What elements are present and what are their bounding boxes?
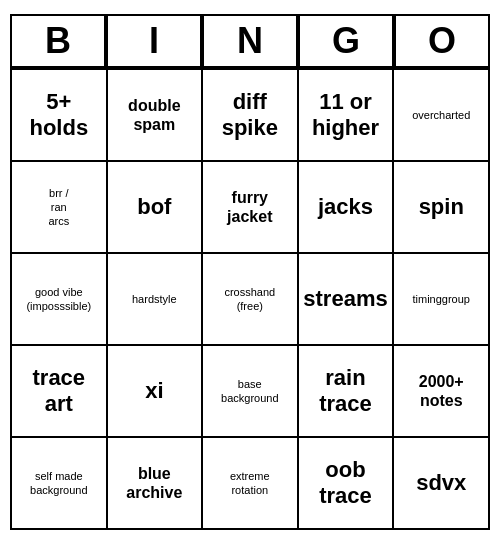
cell-r4-c4: sdvx <box>393 437 489 529</box>
cell-r4-c1: bluearchive <box>107 437 202 529</box>
cell-r3-c4: 2000+notes <box>393 345 489 437</box>
cell-r2-c3: streams <box>298 253 394 345</box>
cell-r3-c0: traceart <box>11 345 107 437</box>
cell-r2-c0: good vibe(imposssible) <box>11 253 107 345</box>
cell-r0-c4: overcharted <box>393 69 489 161</box>
title-i: I <box>106 14 202 68</box>
cell-r0-c0: 5+holds <box>11 69 107 161</box>
cell-r1-c4: spin <box>393 161 489 253</box>
title-o: O <box>394 14 490 68</box>
cell-r4-c3: oobtrace <box>298 437 394 529</box>
cell-r1-c0: brr /ranarcs <box>11 161 107 253</box>
title-b: B <box>10 14 106 68</box>
cell-r4-c2: extremerotation <box>202 437 297 529</box>
cell-r1-c3: jacks <box>298 161 394 253</box>
cell-r2-c4: timinggroup <box>393 253 489 345</box>
title-g: G <box>298 14 394 68</box>
title-n: N <box>202 14 298 68</box>
cell-r4-c0: self madebackground <box>11 437 107 529</box>
cell-r3-c2: basebackground <box>202 345 297 437</box>
cell-r2-c1: hardstyle <box>107 253 202 345</box>
cell-r3-c3: raintrace <box>298 345 394 437</box>
cell-r1-c2: furryjacket <box>202 161 297 253</box>
cell-r3-c1: xi <box>107 345 202 437</box>
bingo-title: B I N G O <box>10 14 490 68</box>
cell-r0-c2: diffspike <box>202 69 297 161</box>
cell-r0-c3: 11 orhigher <box>298 69 394 161</box>
cell-r2-c2: crosshand(free) <box>202 253 297 345</box>
cell-r0-c1: doublespam <box>107 69 202 161</box>
bingo-grid: 5+holdsdoublespamdiffspike11 orhigherove… <box>10 68 490 530</box>
cell-r1-c1: bof <box>107 161 202 253</box>
